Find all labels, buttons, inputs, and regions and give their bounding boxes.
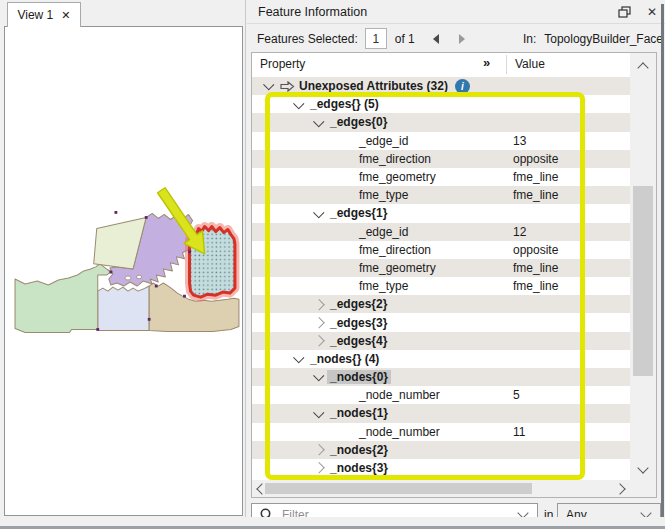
tree-row[interactable]: _nodes{3} (252, 459, 630, 477)
property-table: Property » Value Unexposed Attributes (3… (251, 52, 657, 498)
tree-row[interactable]: Unexposed Attributes (32)i (252, 77, 630, 95)
property-column-header[interactable]: Property (260, 57, 305, 71)
property-label: _edges{2} (330, 297, 387, 311)
property-value: 12 (513, 225, 526, 239)
scroll-up-icon[interactable] (637, 62, 648, 73)
status-strip (0, 517, 665, 529)
property-label: _nodes{1} (330, 406, 388, 420)
close-panel-icon[interactable]: ✕ (647, 5, 657, 19)
property-label: fme_type (359, 279, 408, 293)
tree-row[interactable]: _edges{0} (252, 113, 630, 131)
table-header: Property » Value (252, 53, 630, 78)
chevron-slot (312, 119, 326, 127)
tree-row[interactable]: _edge_id13 (252, 132, 630, 150)
tree-row[interactable]: _edges{2} (252, 295, 630, 313)
chevron-slot (262, 82, 276, 90)
tree-row[interactable]: _node_number11 (252, 423, 630, 441)
chevron-slot (312, 319, 326, 327)
property-label: _node_number (359, 425, 440, 439)
tree-row[interactable]: fme_geometryfme_line (252, 168, 630, 186)
tree-row[interactable]: _edge_id12 (252, 223, 630, 241)
value-column-header[interactable]: Value (515, 57, 545, 71)
tree-row[interactable]: fme_typefme_line (252, 186, 630, 204)
chevron-slot (292, 101, 306, 109)
tab-view-1[interactable]: View 1 ✕ (7, 2, 81, 27)
expand-icon[interactable] (314, 299, 325, 310)
unexposed-attributes-icon (280, 81, 295, 92)
features-selected-bar: Features Selected: 1 of 1 In: TopologyBu… (247, 25, 665, 52)
scroll-right-icon[interactable] (614, 483, 625, 494)
tree-row[interactable]: fme_directionopposite (252, 150, 630, 168)
property-value: fme_line (513, 279, 558, 293)
tree-row[interactable]: fme_typefme_line (252, 277, 630, 295)
region-west[interactable] (15, 264, 111, 333)
collapse-icon[interactable] (314, 207, 325, 218)
expand-icon[interactable] (314, 445, 325, 456)
property-label: _edge_id (359, 225, 408, 239)
info-icon[interactable]: i (455, 79, 470, 94)
expand-icon[interactable] (314, 317, 325, 328)
in-label: In: (523, 32, 536, 46)
property-label: _edges{3} (330, 316, 387, 330)
collapse-icon[interactable] (294, 352, 305, 363)
chevron-slot (292, 355, 306, 363)
tree-row[interactable]: _nodes{1} (252, 404, 630, 422)
scroll-down-icon[interactable] (637, 462, 648, 473)
tab-close-icon[interactable]: ✕ (61, 9, 70, 22)
tree-row[interactable]: _edges{4} (252, 332, 630, 350)
island (137, 275, 142, 279)
expand-icon[interactable] (314, 463, 325, 474)
collapse-icon[interactable] (314, 370, 325, 381)
tree-row[interactable]: fme_directionopposite (252, 241, 630, 259)
map-canvas[interactable] (4, 26, 243, 516)
region-south-center[interactable] (98, 286, 149, 330)
tree-row[interactable]: _nodes{0} (252, 368, 630, 386)
horizontal-scrollbar-thumb[interactable] (265, 483, 532, 494)
previous-feature-icon[interactable] (433, 34, 439, 44)
tree-row[interactable]: _node_number5 (252, 386, 630, 404)
property-label: fme_direction (359, 243, 431, 257)
next-feature-icon[interactable] (459, 34, 465, 44)
property-label: fme_type (359, 188, 408, 202)
property-label: _nodes{3} (330, 461, 388, 475)
vertical-scrollbar-thumb[interactable] (633, 186, 653, 376)
tree-row[interactable]: fme_geometryfme_line (252, 259, 630, 277)
panel-title: Feature Information (258, 5, 367, 19)
property-label: _edges{1} (330, 206, 387, 220)
expand-columns-icon[interactable]: » (483, 55, 490, 70)
expand-icon[interactable] (314, 335, 325, 346)
property-label: _edges{4} (330, 334, 387, 348)
property-label: fme_geometry (359, 170, 436, 184)
property-label: Unexposed Attributes (32) (299, 79, 448, 93)
property-label: _nodes{} (4) (310, 352, 379, 366)
tree-row[interactable]: _nodes{2} (252, 441, 630, 459)
chevron-slot (312, 410, 326, 418)
feature-count-label: of 1 (395, 32, 415, 46)
feature-information-titlebar: Feature Information ✕ (247, 0, 665, 24)
collapse-icon[interactable] (294, 98, 305, 109)
property-value: 13 (513, 134, 526, 148)
collapse-icon[interactable] (314, 407, 325, 418)
tree-row[interactable]: _edges{1} (252, 204, 630, 222)
vertical-scrollbar[interactable] (630, 53, 656, 480)
property-value: fme_line (513, 261, 558, 275)
horizontal-scrollbar[interactable] (252, 480, 630, 497)
tab-label: View 1 (17, 8, 53, 22)
collapse-icon[interactable] (264, 79, 275, 90)
property-value: fme_line (513, 170, 558, 184)
property-label: _nodes{0} (327, 370, 391, 384)
chevron-slot (312, 337, 326, 345)
feature-index-box[interactable]: 1 (365, 28, 387, 49)
property-label: _edge_id (359, 134, 408, 148)
collapse-icon[interactable] (314, 116, 325, 127)
property-value: fme_line (513, 188, 558, 202)
tree-row[interactable]: _edges{3} (252, 313, 630, 331)
pane-separator[interactable] (245, 0, 246, 517)
chevron-slot (312, 301, 326, 309)
float-window-icon[interactable] (618, 6, 631, 18)
tree-row[interactable]: _nodes{} (4) (252, 350, 630, 368)
window-edge[interactable] (661, 4, 664, 517)
tree-row[interactable]: _edges{} (5) (252, 95, 630, 113)
column-divider[interactable] (506, 55, 507, 74)
chevron-slot (312, 373, 326, 381)
